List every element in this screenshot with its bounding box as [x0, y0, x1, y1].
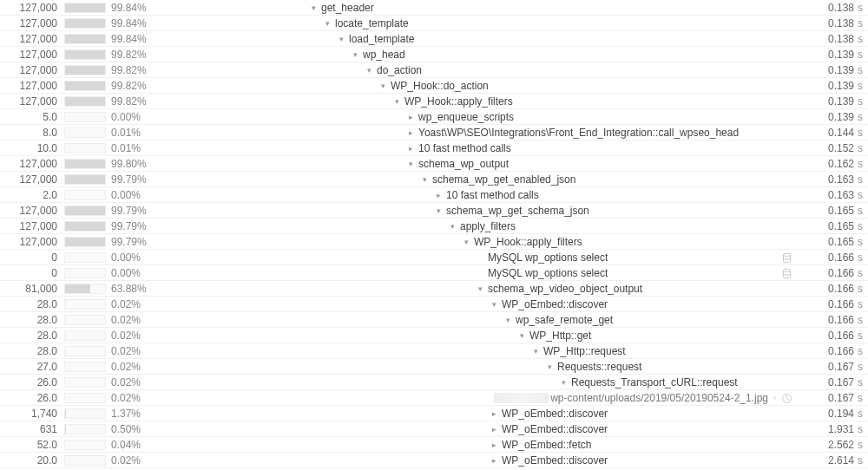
call-tree-row[interactable]: 28.00.02%▾wp_safe_remote_get0.166s	[0, 312, 868, 328]
collapse-toggle-icon[interactable]: ▾	[323, 19, 332, 28]
collapse-toggle-icon[interactable]: ▾	[448, 222, 457, 231]
collapse-toggle-icon[interactable]: ▾	[351, 50, 359, 59]
percent-value: 0.02%	[109, 345, 153, 357]
memory-value: 26.0	[0, 392, 61, 404]
function-name: schema_wp_get_enabled_json	[432, 173, 575, 186]
wall-time: 0.139	[797, 64, 858, 76]
call-tree-row[interactable]: 127,00099.82%▾do_action0.139s	[0, 62, 868, 78]
percent-bar	[64, 346, 106, 356]
function-name-cell: ▾get_header	[153, 2, 776, 14]
percent-value: 0.04%	[109, 439, 153, 451]
row-type-icon-cell	[776, 266, 797, 278]
row-type-icon-cell	[776, 251, 797, 263]
percent-value: 99.79%	[109, 220, 153, 232]
collapse-toggle-icon[interactable]: ▾	[476, 284, 484, 293]
collapse-toggle-icon[interactable]: ▾	[490, 300, 498, 309]
percent-bar	[64, 143, 106, 153]
call-tree-row[interactable]: 1,7401.37%▸WP_oEmbed::discover0.194s	[0, 406, 868, 421]
call-tree-row[interactable]: 127,00099.84%▾load_template0.138s	[0, 31, 868, 47]
collapse-toggle-icon[interactable]: ▾	[337, 35, 345, 43]
function-name-cell: ▸WP_oEmbed::discover	[153, 423, 776, 435]
collapse-toggle-icon[interactable]: ▾	[434, 206, 443, 215]
percent-bar	[64, 221, 106, 232]
memory-value: 28.0	[0, 314, 61, 326]
collapse-toggle-icon[interactable]: ▾	[392, 97, 401, 106]
call-tree-row[interactable]: 127,00099.79%▾schema_wp_get_enabled_json…	[0, 172, 868, 187]
expand-toggle-icon[interactable]: ▸	[434, 191, 443, 199]
percent-bar	[64, 159, 106, 169]
call-tree-row[interactable]: 127,00099.82%▾wp_head0.139s	[0, 47, 868, 62]
call-tree-row[interactable]: 00.00%•MySQL wp_options select0.166s	[0, 265, 868, 281]
function-name: apply_filters	[460, 220, 516, 232]
call-tree-row[interactable]: 127,00099.82%▾WP_Hook::do_action0.139s	[0, 78, 868, 94]
call-tree-row[interactable]: 6310.50%▸WP_oEmbed::discover1.931s	[0, 421, 868, 437]
call-tree-row[interactable]: 28.00.02%▾WP_oEmbed::discover0.166s	[0, 297, 868, 312]
request-url: wp-content/uploads/2019/05/20190524-2_1.…	[550, 392, 768, 404]
percent-value: 99.79%	[109, 205, 153, 217]
expand-toggle-icon[interactable]: ▸	[490, 425, 498, 434]
expand-toggle-icon[interactable]: ▸	[490, 409, 498, 418]
wall-time: 0.166	[797, 267, 858, 279]
call-tree-row[interactable]: 00.00%•MySQL wp_options select0.166s	[0, 250, 868, 265]
call-tree-row[interactable]: 28.00.02%▾WP_Http::get0.166s	[0, 328, 868, 343]
function-name: wp_head	[363, 49, 405, 61]
call-tree-row[interactable]: 20.00.02%▸WP_oEmbed::discover2.614s	[0, 453, 868, 468]
function-name-cell: •MySQL wp_options select	[153, 267, 776, 279]
percent-bar	[64, 190, 106, 200]
collapse-toggle-icon[interactable]: ▾	[309, 3, 318, 12]
call-tree-row[interactable]: 127,00099.79%▾apply_filters0.165s	[0, 219, 868, 234]
toggle-placeholder: •	[483, 394, 490, 402]
time-unit: s	[858, 454, 868, 467]
collapse-toggle-icon[interactable]: ▾	[420, 175, 429, 184]
function-name: get_header	[321, 2, 374, 14]
percent-value: 99.82%	[109, 95, 153, 108]
expand-toggle-icon[interactable]: ▸	[490, 456, 498, 465]
collapse-toggle-icon[interactable]: ▾	[365, 66, 373, 75]
function-name: WP_Hook::apply_filters	[404, 95, 513, 108]
call-tree-row[interactable]: 2.00.00%▸10 fast method calls0.163s	[0, 187, 868, 203]
call-tree-row[interactable]: 8.00.01%▸Yoast\WP\SEO\Integrations\Front…	[0, 125, 868, 140]
call-tree-row[interactable]: 26.00.02%▾Requests_Transport_cURL::reque…	[0, 375, 868, 390]
percent-value: 99.80%	[109, 158, 153, 170]
call-tree-row[interactable]: 26.00.02%•wp-content/uploads/2019/05/201…	[0, 390, 868, 406]
call-tree-row[interactable]: 52.00.04%▸WP_oEmbed::fetch2.562s	[0, 437, 868, 453]
call-tree-row[interactable]: 127,00099.79%▾WP_Hook::apply_filters0.16…	[0, 234, 868, 250]
collapse-toggle-icon[interactable]: ▾	[462, 238, 470, 246]
function-name: 10 fast method calls	[418, 142, 511, 154]
collapse-toggle-icon[interactable]: ▾	[559, 378, 568, 387]
collapse-toggle-icon[interactable]: ▾	[531, 347, 540, 356]
collapse-toggle-icon[interactable]: ▾	[378, 82, 387, 90]
expand-toggle-icon[interactable]: ▸	[406, 128, 415, 137]
memory-value: 127,000	[0, 33, 61, 45]
collapse-toggle-icon[interactable]: ▾	[517, 331, 526, 340]
call-tree-row[interactable]: 10.00.01%▸10 fast method calls0.152s	[0, 140, 868, 156]
call-tree-row[interactable]: 127,00099.80%▾schema_wp_output0.162s	[0, 156, 868, 172]
memory-value: 10.0	[0, 142, 61, 154]
function-name-cell: ▸10 fast method calls	[153, 142, 776, 154]
call-tree-row[interactable]: 27.00.02%▾Requests::request0.167s	[0, 359, 868, 375]
collapse-toggle-icon[interactable]: ▾	[503, 316, 512, 324]
function-name: WP_oEmbed::discover	[502, 298, 608, 310]
percent-bar	[64, 127, 106, 138]
percent-bar	[64, 174, 106, 185]
call-tree-row[interactable]: 127,00099.84%▾get_header0.138s	[0, 0, 868, 16]
expand-toggle-icon[interactable]: ▸	[406, 113, 415, 121]
call-tree-row[interactable]: 127,00099.82%▾WP_Hook::apply_filters0.13…	[0, 94, 868, 109]
function-name-cell: ▸wp_enqueue_scripts	[153, 111, 776, 123]
call-tree-row[interactable]: 127,00099.79%▾schema_wp_get_schema_json0…	[0, 203, 868, 219]
expand-toggle-icon[interactable]: ▸	[406, 144, 415, 153]
percent-bar	[64, 49, 106, 60]
collapse-toggle-icon[interactable]: ▾	[406, 160, 415, 168]
call-tree-row[interactable]: 81,00063.88%▾schema_wp_video_object_outp…	[0, 281, 868, 297]
collapse-toggle-icon[interactable]: ▾	[545, 362, 554, 371]
wall-time: 0.166	[797, 283, 858, 295]
profiler-call-tree: 127,00099.84%▾get_header0.138s127,00099.…	[0, 0, 868, 468]
percent-value: 0.00%	[109, 251, 153, 264]
call-tree-row[interactable]: 127,00099.84%▾locate_template0.138s	[0, 16, 868, 31]
memory-value: 27.0	[0, 361, 61, 373]
call-tree-row[interactable]: 5.00.00%▸wp_enqueue_scripts0.139s	[0, 109, 868, 125]
function-name-cell: ▾WP_Http::request	[153, 345, 776, 357]
expand-toggle-icon[interactable]: ▸	[490, 441, 498, 449]
function-name: do_action	[377, 64, 422, 76]
call-tree-row[interactable]: 28.00.02%▾WP_Http::request0.166s	[0, 343, 868, 359]
